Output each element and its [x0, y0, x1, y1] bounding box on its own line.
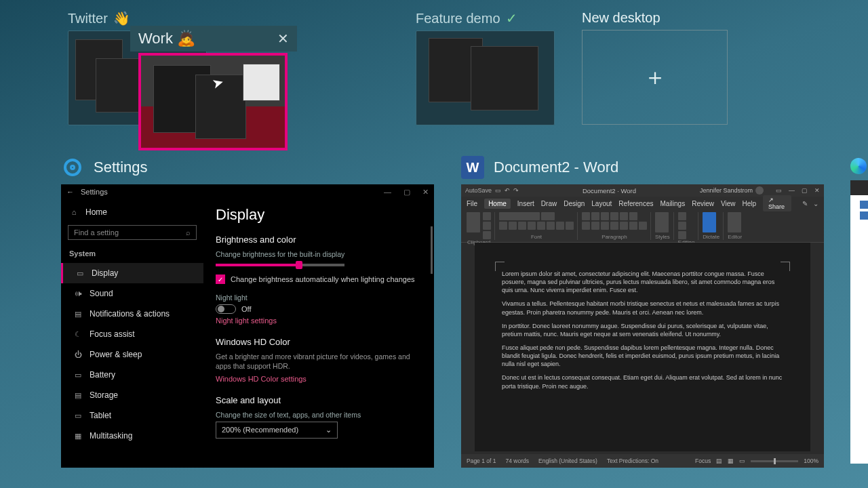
settings-app[interactable]: ← Settings ― ▢ ✕ ⌂ Home Find a setting ⌕ [61, 184, 434, 468]
styles-icon[interactable] [655, 212, 669, 232]
tab-view[interactable]: View [721, 200, 736, 207]
word-author[interactable]: Jennifer Sandstrom [700, 186, 764, 195]
status-words[interactable]: 74 words [505, 458, 529, 464]
tab-layout[interactable]: Layout [591, 200, 612, 207]
ribbon-chevron-icon[interactable]: ⌄ [813, 200, 818, 207]
save-icon[interactable]: ▭ [495, 187, 501, 194]
edge-side-icon[interactable] [860, 211, 868, 220]
sub-icon[interactable] [537, 222, 545, 230]
sup-icon[interactable] [547, 222, 555, 230]
nav-multitasking[interactable]: ▦Multitasking [61, 426, 203, 446]
view-read-icon[interactable]: ▤ [716, 458, 722, 464]
align-center-icon[interactable] [591, 222, 599, 230]
zoom-value[interactable]: 100% [804, 458, 818, 464]
tab-references[interactable]: References [618, 200, 653, 207]
paragraph[interactable]: Vivamus a tellus. Pellentesque habitant … [502, 300, 783, 316]
status-lang[interactable]: English (United States) [538, 458, 597, 464]
italic-icon[interactable] [509, 222, 517, 230]
dictate-icon[interactable] [703, 212, 716, 232]
close-icon[interactable]: ✕ [814, 187, 820, 194]
maximize-icon[interactable]: ▢ [403, 188, 410, 197]
view-web-icon[interactable]: ▭ [739, 458, 745, 464]
bold-icon[interactable] [499, 222, 507, 230]
underline-icon[interactable] [518, 222, 526, 230]
zoom-slider[interactable] [751, 460, 798, 462]
scale-dropdown[interactable]: 200% (Recommended) ⌄ [216, 422, 338, 439]
cut-icon[interactable] [483, 212, 491, 220]
autosave-toggle[interactable]: AutoSave [465, 187, 492, 194]
justify-icon[interactable] [610, 222, 618, 230]
borders-icon[interactable] [639, 222, 647, 230]
new-desktop[interactable]: New desktop ＋ [582, 10, 728, 136]
tab-review[interactable]: Review [692, 200, 714, 207]
window-settings[interactable]: Settings ← Settings ― ▢ ✕ ⌂ Home [61, 156, 434, 468]
find-icon[interactable] [678, 212, 686, 220]
nav-storage[interactable]: ▤Storage [61, 385, 203, 405]
ribbon-options-icon[interactable]: ▭ [776, 187, 782, 194]
nav-home[interactable]: ⌂ Home [61, 202, 203, 222]
redo-icon[interactable]: ↷ [513, 187, 519, 194]
sort-icon[interactable] [629, 212, 637, 220]
spacing-icon[interactable] [620, 222, 628, 230]
nav-notifications[interactable]: ▤Notifications & actions [61, 304, 203, 324]
minimize-icon[interactable]: ― [789, 187, 795, 194]
status-page[interactable]: Page 1 of 1 [467, 458, 496, 464]
tab-help[interactable]: Help [742, 200, 756, 207]
font-color-icon[interactable] [566, 222, 574, 230]
word-document[interactable]: Lorem ipsum dolor sit amet, consectetur … [475, 243, 810, 451]
settings-search[interactable]: Find a setting ⌕ [68, 225, 197, 240]
status-focus[interactable]: Focus [695, 458, 711, 464]
nav-sound[interactable]: 🕪Sound [61, 283, 203, 304]
tab-draw[interactable]: Draw [541, 200, 557, 207]
auto-brightness-checkbox[interactable]: ✓ Change brightness automatically when l… [216, 274, 422, 284]
numbering-icon[interactable] [591, 212, 599, 220]
format-painter-icon[interactable] [483, 231, 491, 239]
close-icon[interactable]: ✕ [422, 188, 429, 197]
edge-side-icon[interactable] [860, 201, 868, 209]
nav-tablet[interactable]: ▭Tablet [61, 405, 203, 426]
close-desktop-button[interactable]: ✕ [277, 30, 289, 47]
share-button[interactable]: ↗ Share [763, 195, 791, 211]
indent-inc-icon[interactable] [620, 212, 628, 220]
status-predictions[interactable]: Text Predictions: On [607, 458, 658, 464]
back-icon[interactable]: ← [66, 188, 74, 196]
paragraph[interactable]: Lorem ipsum dolor sit amet, consectetur … [502, 270, 783, 294]
paste-icon[interactable] [467, 212, 480, 232]
new-desktop-button[interactable]: ＋ [582, 30, 728, 125]
brightness-slider[interactable] [216, 264, 344, 266]
editor-icon[interactable] [728, 212, 741, 232]
night-light-toggle[interactable]: Off [216, 304, 422, 314]
desktop-demo-thumb[interactable] [416, 30, 555, 125]
minimize-icon[interactable]: ― [384, 188, 391, 197]
tab-design[interactable]: Design [564, 200, 585, 207]
desktop-work-active[interactable]: Work 🙇 ✕ ➤ [130, 26, 297, 150]
nav-battery[interactable]: ▭Battery [61, 365, 203, 385]
paragraph[interactable]: Fusce aliquet pede non pede. Suspendisse… [502, 344, 783, 368]
tab-insert[interactable]: Insert [517, 200, 534, 207]
view-print-icon[interactable]: ▦ [728, 458, 734, 464]
align-right-icon[interactable] [601, 222, 609, 230]
align-left-icon[interactable] [582, 222, 590, 230]
nav-power[interactable]: ⏻Power & sleep [61, 344, 203, 365]
word-app[interactable]: AutoSave ▭ ↶ ↷ Document2 · Word Jennifer… [461, 184, 824, 468]
shading-icon[interactable] [629, 222, 637, 230]
font-name[interactable] [499, 212, 540, 220]
nav-focus[interactable]: ☾Focus assist [61, 324, 203, 344]
tab-file[interactable]: File [467, 200, 477, 207]
strike-icon[interactable] [528, 222, 536, 230]
bullets-icon[interactable] [582, 212, 590, 220]
hd-settings-link[interactable]: Windows HD Color settings [216, 375, 422, 383]
window-word[interactable]: W Document2 - Word AutoSave ▭ ↶ ↷ Docume… [461, 156, 824, 468]
comments-icon[interactable]: ✎ [802, 200, 808, 207]
desktop-feature-demo[interactable]: Feature demo ✓ [416, 10, 555, 136]
nav-display[interactable]: ▭Display [61, 263, 203, 283]
multilevel-icon[interactable] [601, 212, 609, 220]
tab-home[interactable]: Home [484, 199, 511, 209]
desktop-work-thumb[interactable]: ➤ [138, 53, 288, 150]
replace-icon[interactable] [678, 222, 686, 230]
maximize-icon[interactable]: ▢ [802, 187, 808, 194]
highlight-icon[interactable] [556, 222, 564, 230]
paragraph[interactable]: In porttitor. Donec laoreet nonummy augu… [502, 322, 783, 338]
copy-icon[interactable] [483, 222, 491, 230]
undo-icon[interactable]: ↶ [505, 187, 510, 194]
